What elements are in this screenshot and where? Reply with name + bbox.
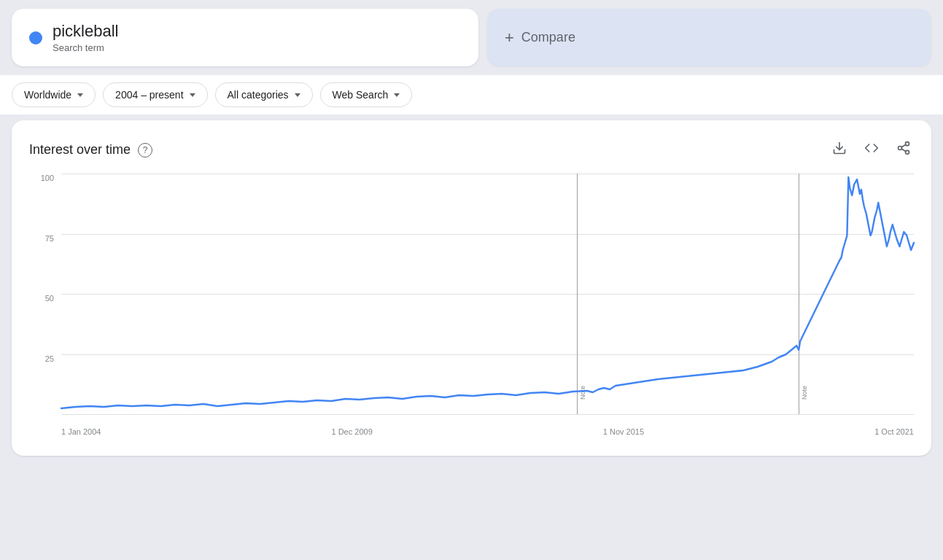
y-axis-labels: 100 75 50 25 [29,174,58,414]
grid-line-0 [61,414,914,415]
chart-title: Interest over time [29,142,131,158]
category-filter[interactable]: All categories [215,82,313,107]
x-axis-labels: 1 Jan 2004 1 Dec 2009 1 Nov 2015 1 Oct 2… [61,417,914,436]
y-label-100: 100 [29,174,58,182]
x-label-2021: 1 Oct 2021 [874,427,914,436]
x-label-2009: 1 Dec 2009 [332,427,373,436]
term-color-dot [29,31,42,44]
interest-over-time-card: Interest over time ? [12,120,931,456]
time-filter[interactable]: 2004 – present [103,82,207,107]
embed-icon[interactable] [861,138,882,162]
svg-line-5 [901,144,906,147]
svg-line-4 [901,149,906,151]
term-info: pickleball Search term [53,22,119,53]
search-term-card: pickleball Search term [12,9,478,66]
category-filter-label: All categories [228,89,289,101]
download-icon[interactable] [829,138,850,162]
filters-bar: Worldwide 2004 – present All categories … [0,75,943,114]
compare-label: Compare [521,30,575,45]
x-label-2004: 1 Jan 2004 [61,427,101,436]
search-type-filter-label: Web Search [333,89,389,101]
chart-header: Interest over time ? [29,138,914,162]
help-icon[interactable]: ? [138,143,152,158]
share-icon[interactable] [893,138,914,162]
search-term-type: Search term [53,42,119,53]
search-type-filter[interactable]: Web Search [320,82,413,107]
y-label-25: 25 [29,354,58,363]
region-chevron-icon [77,93,83,97]
time-filter-label: 2004 – present [115,89,183,101]
x-label-2015: 1 Nov 2015 [603,427,644,436]
y-label-50: 50 [29,294,58,303]
trend-line-svg [61,174,914,414]
search-type-chevron-icon [394,93,400,97]
top-bar: pickleball Search term + Compare [0,0,943,75]
chart-title-group: Interest over time ? [29,142,152,158]
region-filter[interactable]: Worldwide [12,82,96,107]
compare-card[interactable]: + Compare [487,9,931,66]
search-term: pickleball [53,22,119,41]
time-chevron-icon [190,93,195,97]
y-label-75: 75 [29,234,58,243]
compare-plus-icon: + [505,28,514,47]
category-chevron-icon [295,93,300,97]
region-filter-label: Worldwide [24,89,71,101]
chart-area: 100 75 50 25 Note Note [29,174,914,436]
chart-plot-area: Note Note [61,174,914,414]
chart-actions [829,138,914,162]
